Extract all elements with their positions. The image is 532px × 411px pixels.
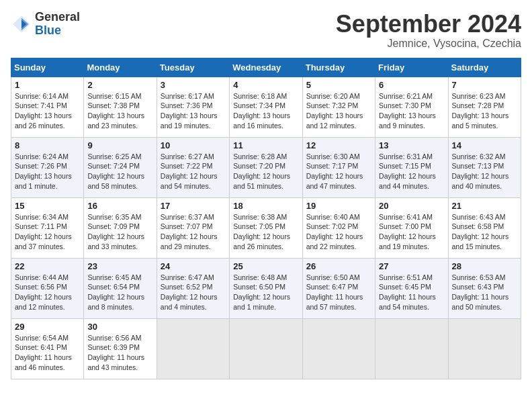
day-number: 4 (233, 80, 298, 90)
day-info: Sunrise: 6:24 AM Sunset: 7:26 PM Dayligh… (15, 152, 80, 191)
calendar-cell: 11Sunrise: 6:28 AM Sunset: 7:20 PM Dayli… (230, 137, 302, 197)
day-number: 10 (161, 140, 226, 150)
day-info: Sunrise: 6:27 AM Sunset: 7:22 PM Dayligh… (161, 152, 226, 191)
day-info: Sunrise: 6:35 AM Sunset: 7:09 PM Dayligh… (87, 212, 152, 252)
logo-text: General Blue (35, 11, 80, 38)
day-number: 25 (233, 261, 298, 271)
day-info: Sunrise: 6:41 AM Sunset: 7:00 PM Dayligh… (379, 212, 444, 252)
day-number: 23 (87, 261, 152, 271)
day-number: 13 (379, 140, 444, 150)
calendar-cell: 18Sunrise: 6:38 AM Sunset: 7:05 PM Dayli… (230, 197, 302, 258)
day-info: Sunrise: 6:23 AM Sunset: 7:28 PM Dayligh… (452, 91, 517, 131)
calendar-cell: 7Sunrise: 6:23 AM Sunset: 7:28 PM Daylig… (448, 77, 521, 137)
location-title: Jemnice, Vysocina, Czechia (336, 38, 521, 50)
day-number: 30 (87, 322, 152, 332)
calendar-cell (157, 318, 229, 379)
calendar-cell (375, 318, 448, 379)
calendar-cell: 29Sunrise: 6:54 AM Sunset: 6:41 PM Dayli… (11, 318, 84, 379)
calendar-cell: 5Sunrise: 6:20 AM Sunset: 7:32 PM Daylig… (302, 77, 375, 137)
calendar-cell: 13Sunrise: 6:31 AM Sunset: 7:15 PM Dayli… (375, 137, 448, 197)
day-number: 19 (306, 201, 371, 211)
calendar-cell: 15Sunrise: 6:34 AM Sunset: 7:11 PM Dayli… (11, 197, 84, 258)
day-info: Sunrise: 6:37 AM Sunset: 7:07 PM Dayligh… (161, 212, 226, 252)
calendar-cell: 23Sunrise: 6:45 AM Sunset: 6:54 PM Dayli… (84, 258, 157, 318)
calendar-cell: 3Sunrise: 6:17 AM Sunset: 7:36 PM Daylig… (157, 77, 229, 137)
day-info: Sunrise: 6:30 AM Sunset: 7:17 PM Dayligh… (306, 152, 371, 191)
day-number: 12 (306, 140, 371, 150)
logo: General Blue (11, 11, 80, 38)
day-number: 18 (233, 201, 298, 211)
logo-icon (11, 13, 32, 35)
calendar-table: SundayMondayTuesdayWednesdayThursdayFrid… (11, 58, 521, 379)
day-info: Sunrise: 6:20 AM Sunset: 7:32 PM Dayligh… (306, 91, 371, 131)
calendar-week-row: 15Sunrise: 6:34 AM Sunset: 7:11 PM Dayli… (11, 197, 521, 258)
day-number: 3 (161, 80, 226, 90)
day-info: Sunrise: 6:34 AM Sunset: 7:11 PM Dayligh… (15, 212, 80, 252)
calendar-cell: 10Sunrise: 6:27 AM Sunset: 7:22 PM Dayli… (157, 137, 229, 197)
day-number: 9 (87, 140, 152, 150)
calendar-cell: 14Sunrise: 6:32 AM Sunset: 7:13 PM Dayli… (448, 137, 521, 197)
header-wednesday: Wednesday (230, 58, 302, 77)
title-area: September 2024 Jemnice, Vysocina, Czechi… (336, 11, 521, 50)
calendar-cell: 12Sunrise: 6:30 AM Sunset: 7:17 PM Dayli… (302, 137, 375, 197)
calendar-cell: 21Sunrise: 6:43 AM Sunset: 6:58 PM Dayli… (448, 197, 521, 258)
day-info: Sunrise: 6:38 AM Sunset: 7:05 PM Dayligh… (233, 212, 298, 252)
calendar-cell: 4Sunrise: 6:18 AM Sunset: 7:34 PM Daylig… (230, 77, 302, 137)
day-info: Sunrise: 6:44 AM Sunset: 6:56 PM Dayligh… (15, 273, 80, 312)
header-monday: Monday (84, 58, 157, 77)
day-number: 2 (87, 80, 152, 90)
day-info: Sunrise: 6:45 AM Sunset: 6:54 PM Dayligh… (87, 273, 152, 312)
day-number: 24 (161, 261, 226, 271)
page-header: General Blue September 2024 Jemnice, Vys… (11, 11, 521, 50)
day-info: Sunrise: 6:50 AM Sunset: 6:47 PM Dayligh… (306, 273, 371, 312)
day-number: 8 (15, 140, 80, 150)
day-info: Sunrise: 6:31 AM Sunset: 7:15 PM Dayligh… (379, 152, 444, 191)
calendar-header-row: SundayMondayTuesdayWednesdayThursdayFrid… (11, 58, 521, 77)
calendar-cell: 17Sunrise: 6:37 AM Sunset: 7:07 PM Dayli… (157, 197, 229, 258)
day-info: Sunrise: 6:17 AM Sunset: 7:36 PM Dayligh… (161, 91, 226, 131)
day-info: Sunrise: 6:43 AM Sunset: 6:58 PM Dayligh… (452, 212, 517, 252)
day-number: 17 (161, 201, 226, 211)
day-number: 20 (379, 201, 444, 211)
day-info: Sunrise: 6:25 AM Sunset: 7:24 PM Dayligh… (87, 152, 152, 191)
day-info: Sunrise: 6:21 AM Sunset: 7:30 PM Dayligh… (379, 91, 444, 131)
day-number: 26 (306, 261, 371, 271)
calendar-cell: 24Sunrise: 6:47 AM Sunset: 6:52 PM Dayli… (157, 258, 229, 318)
calendar-week-row: 29Sunrise: 6:54 AM Sunset: 6:41 PM Dayli… (11, 318, 521, 379)
day-number: 22 (15, 261, 80, 271)
calendar-cell: 25Sunrise: 6:48 AM Sunset: 6:50 PM Dayli… (230, 258, 302, 318)
month-title: September 2024 (336, 11, 521, 38)
calendar-week-row: 22Sunrise: 6:44 AM Sunset: 6:56 PM Dayli… (11, 258, 521, 318)
day-number: 16 (87, 201, 152, 211)
day-info: Sunrise: 6:53 AM Sunset: 6:43 PM Dayligh… (452, 273, 517, 312)
calendar-cell: 30Sunrise: 6:56 AM Sunset: 6:39 PM Dayli… (84, 318, 157, 379)
header-friday: Friday (375, 58, 448, 77)
calendar-cell: 16Sunrise: 6:35 AM Sunset: 7:09 PM Dayli… (84, 197, 157, 258)
day-info: Sunrise: 6:51 AM Sunset: 6:45 PM Dayligh… (379, 273, 444, 312)
day-number: 5 (306, 80, 371, 90)
calendar-cell: 26Sunrise: 6:50 AM Sunset: 6:47 PM Dayli… (302, 258, 375, 318)
day-number: 15 (15, 201, 80, 211)
day-number: 11 (233, 140, 298, 150)
header-sunday: Sunday (11, 58, 84, 77)
day-info: Sunrise: 6:40 AM Sunset: 7:02 PM Dayligh… (306, 212, 371, 252)
day-info: Sunrise: 6:56 AM Sunset: 6:39 PM Dayligh… (87, 333, 152, 373)
calendar-cell: 8Sunrise: 6:24 AM Sunset: 7:26 PM Daylig… (11, 137, 84, 197)
day-number: 6 (379, 80, 444, 90)
day-info: Sunrise: 6:32 AM Sunset: 7:13 PM Dayligh… (452, 152, 517, 191)
calendar-cell: 22Sunrise: 6:44 AM Sunset: 6:56 PM Dayli… (11, 258, 84, 318)
day-number: 28 (452, 261, 517, 271)
calendar-cell: 19Sunrise: 6:40 AM Sunset: 7:02 PM Dayli… (302, 197, 375, 258)
calendar-cell: 20Sunrise: 6:41 AM Sunset: 7:00 PM Dayli… (375, 197, 448, 258)
day-info: Sunrise: 6:18 AM Sunset: 7:34 PM Dayligh… (233, 91, 298, 131)
day-number: 29 (15, 322, 80, 332)
calendar-cell: 6Sunrise: 6:21 AM Sunset: 7:30 PM Daylig… (375, 77, 448, 137)
header-thursday: Thursday (302, 58, 375, 77)
calendar-cell: 28Sunrise: 6:53 AM Sunset: 6:43 PM Dayli… (448, 258, 521, 318)
day-info: Sunrise: 6:15 AM Sunset: 7:38 PM Dayligh… (87, 91, 152, 131)
calendar-cell (230, 318, 302, 379)
day-info: Sunrise: 6:28 AM Sunset: 7:20 PM Dayligh… (233, 152, 298, 191)
calendar-cell: 27Sunrise: 6:51 AM Sunset: 6:45 PM Dayli… (375, 258, 448, 318)
header-tuesday: Tuesday (157, 58, 229, 77)
day-info: Sunrise: 6:47 AM Sunset: 6:52 PM Dayligh… (161, 273, 226, 312)
